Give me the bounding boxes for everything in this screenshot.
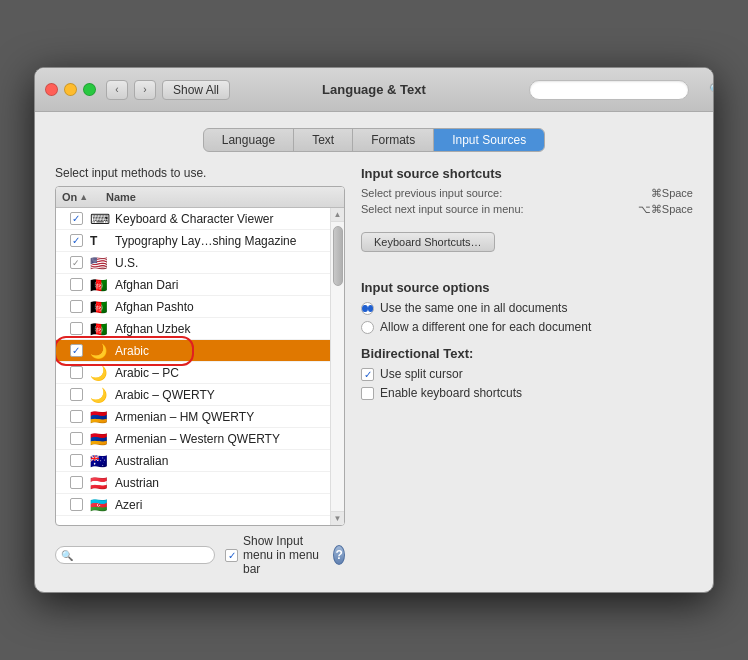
checkbox-col [62, 454, 90, 467]
checkbox[interactable] [70, 432, 83, 445]
checkbox-col [62, 366, 90, 379]
list-item[interactable]: 🇦🇿 Azeri [56, 494, 330, 516]
bottom-bar: 🔍 ✓ Show Input menu in menu bar ? [55, 534, 345, 576]
checkbox[interactable] [70, 454, 83, 467]
show-all-button[interactable]: Show All [162, 80, 230, 100]
radio-group: Use the same one in all documents Allow … [361, 301, 693, 334]
item-label: Afghan Dari [115, 278, 324, 292]
list-item[interactable]: 🌙 Arabic – PC [56, 362, 330, 384]
main-layout: Select input methods to use. On ▲ Name [55, 166, 693, 576]
col-on-header: On ▲ [62, 191, 102, 203]
col-on-label: On [62, 191, 77, 203]
keyboard-shortcuts-row[interactable]: Enable keyboard shortcuts [361, 386, 693, 400]
checkbox[interactable] [70, 476, 83, 489]
radio-same-doc-label: Use the same one in all documents [380, 301, 567, 315]
checkbox[interactable] [70, 322, 83, 335]
close-button[interactable] [45, 83, 58, 96]
list-item[interactable]: 🇦🇫 Afghan Dari [56, 274, 330, 296]
tab-language[interactable]: Language [204, 129, 294, 151]
checkbox[interactable]: ✓ [70, 344, 83, 357]
checkbox[interactable]: ✓ [70, 256, 83, 269]
checkbox[interactable]: ✓ [70, 234, 83, 247]
radio-same-doc[interactable]: Use the same one in all documents [361, 301, 693, 315]
minimize-button[interactable] [64, 83, 77, 96]
checkbox-col [62, 322, 90, 335]
tab-input-sources[interactable]: Input Sources [434, 129, 544, 151]
checkbox[interactable] [70, 366, 83, 379]
list-item[interactable]: 🇦🇫 Afghan Pashto [56, 296, 330, 318]
item-label: U.S. [115, 256, 324, 270]
checkbox[interactable] [70, 498, 83, 511]
split-cursor-checkbox[interactable]: ✓ [361, 368, 374, 381]
checkbox[interactable] [70, 278, 83, 291]
item-icon: 🇦🇫 [90, 300, 110, 314]
list-item[interactable]: 🇦🇺 Australian [56, 450, 330, 472]
list-item[interactable]: 🇦🇹 Austrian [56, 472, 330, 494]
scroll-thumb[interactable] [333, 226, 343, 286]
keyboard-shortcuts-checkbox[interactable] [361, 387, 374, 400]
select-next-key: ⌥⌘Space [638, 203, 693, 216]
checkbox-col [62, 410, 90, 423]
shortcuts-title: Input source shortcuts [361, 166, 693, 181]
item-label: Arabic – QWERTY [115, 388, 324, 402]
item-icon: ⌨ [90, 212, 110, 226]
maximize-button[interactable] [83, 83, 96, 96]
scroll-up-arrow[interactable]: ▲ [331, 208, 344, 222]
show-menu-checkbox[interactable]: ✓ [225, 549, 238, 562]
checkbox-col: ✓ [62, 212, 90, 225]
left-panel-label: Select input methods to use. [55, 166, 345, 180]
checkbox[interactable] [70, 300, 83, 313]
back-button[interactable]: ‹ [106, 80, 128, 100]
radio-diff-doc-label: Allow a different one for each document [380, 320, 591, 334]
tab-formats[interactable]: Formats [353, 129, 434, 151]
radio-diff-doc[interactable]: Allow a different one for each document [361, 320, 693, 334]
titlebar: ‹ › Show All Language & Text 🔍 [35, 68, 713, 112]
titlebar-search-input[interactable] [529, 80, 689, 100]
list-header: On ▲ Name [56, 187, 344, 208]
left-panel: Select input methods to use. On ▲ Name [55, 166, 345, 576]
list-item-arabic[interactable]: ✓ 🌙 Arabic [56, 340, 330, 362]
show-menu-row: ✓ Show Input menu in menu bar [225, 534, 323, 576]
input-methods-list: On ▲ Name ✓ ⌨ [55, 186, 345, 526]
split-cursor-row[interactable]: ✓ Use split cursor [361, 367, 693, 381]
select-next-row: Select next input source in menu: ⌥⌘Spac… [361, 203, 693, 216]
item-icon: 🇦🇹 [90, 476, 110, 490]
tab-text[interactable]: Text [294, 129, 353, 151]
list-item[interactable]: 🇦🇲 Armenian – HM QWERTY [56, 406, 330, 428]
list-item[interactable]: ✓ 🇺🇸 U.S. [56, 252, 330, 274]
bottom-search-input[interactable] [55, 546, 215, 564]
tab-group: Language Text Formats Input Sources [203, 128, 545, 152]
radio-diff-doc-btn[interactable] [361, 321, 374, 334]
checkbox[interactable] [70, 410, 83, 423]
shortcuts-section: Input source shortcuts Select previous i… [361, 166, 693, 266]
keyboard-shortcuts-button[interactable]: Keyboard Shortcuts… [361, 232, 495, 252]
content-area: Language Text Formats Input Sources Sele… [35, 112, 713, 592]
list-item[interactable]: 🇦🇲 Armenian – Western QWERTY [56, 428, 330, 450]
item-label: Azeri [115, 498, 324, 512]
main-window: ‹ › Show All Language & Text 🔍 Language … [34, 67, 714, 593]
item-label: Armenian – Western QWERTY [115, 432, 324, 446]
list-scrollbar[interactable]: ▲ ▼ [330, 208, 344, 525]
list-item[interactable]: ✓ ⌨ Keyboard & Character Viewer [56, 208, 330, 230]
arabic-item-wrap: ✓ 🌙 Arabic [56, 340, 330, 362]
select-prev-row: Select previous input source: ⌘Space [361, 187, 693, 200]
item-label: Arabic – PC [115, 366, 324, 380]
item-label: Afghan Pashto [115, 300, 324, 314]
keyboard-shortcuts-label: Enable keyboard shortcuts [380, 386, 522, 400]
item-label: Keyboard & Character Viewer [115, 212, 324, 226]
list-item[interactable]: ✓ T Typography Lay…shing Magazine [56, 230, 330, 252]
forward-button[interactable]: › [134, 80, 156, 100]
item-label: Typography Lay…shing Magazine [115, 234, 324, 248]
item-label: Afghan Uzbek [115, 322, 324, 336]
help-button[interactable]: ? [333, 545, 345, 565]
item-icon: 🌙 [90, 344, 110, 358]
checkbox[interactable]: ✓ [70, 212, 83, 225]
checkbox[interactable] [70, 388, 83, 401]
list-scroll-area: ✓ ⌨ Keyboard & Character Viewer ✓ T [56, 208, 344, 525]
radio-same-doc-btn[interactable] [361, 302, 374, 315]
checkbox-col: ✓ [62, 256, 90, 269]
list-item[interactable]: 🌙 Arabic – QWERTY [56, 384, 330, 406]
tab-bar: Language Text Formats Input Sources [55, 128, 693, 152]
list-item[interactable]: 🇦🇫 Afghan Uzbek [56, 318, 330, 340]
scroll-down-arrow[interactable]: ▼ [331, 511, 344, 525]
